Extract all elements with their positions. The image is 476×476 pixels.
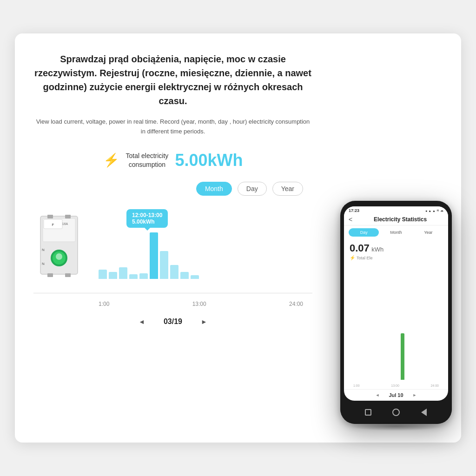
svg-rect-11 xyxy=(65,273,71,277)
svg-rect-10 xyxy=(47,273,53,277)
tooltip-value: 5.00kWh xyxy=(132,218,155,225)
chart-area: F 16A N N xyxy=(33,200,312,293)
date-navigation: ◄ 03/19 ► xyxy=(33,317,312,326)
bar-2 xyxy=(109,272,117,279)
phone-status-bar: 17:23 ● ▲ ▲ ≋ ☁ xyxy=(344,206,448,214)
tab-year[interactable]: Year xyxy=(272,182,303,196)
polish-description: Sprawdzaj prąd obciążenia, napięcie, moc… xyxy=(33,52,312,108)
svg-text:N: N xyxy=(42,248,45,252)
phone-back-nav[interactable] xyxy=(419,408,429,417)
bar-7 xyxy=(160,251,168,279)
app-header: < Electricity Statistics xyxy=(344,214,448,225)
phone-kwh-value: 0.07 xyxy=(350,242,370,254)
bar-3 xyxy=(119,267,127,279)
tab-bar: Month Day Year xyxy=(33,182,312,196)
phone-tab-year[interactable]: Year xyxy=(413,228,443,237)
tab-month[interactable]: Month xyxy=(196,182,232,196)
consumption-label: Total electricityconsumption xyxy=(126,152,169,168)
svg-rect-5 xyxy=(47,215,53,218)
left-panel: Sprawdzaj prąd obciążenia, napięcie, moc… xyxy=(15,33,331,443)
triangle-nav-icon xyxy=(421,409,427,416)
phone-square-nav[interactable] xyxy=(364,408,373,417)
phone-current-date: Jul 10 xyxy=(389,392,403,398)
svg-point-9 xyxy=(56,253,62,260)
svg-text:F: F xyxy=(52,223,54,227)
circle-nav-icon xyxy=(392,409,400,416)
english-description: View load current, voltage, power in rea… xyxy=(33,117,312,137)
phone-shadow xyxy=(350,422,443,431)
phone-chart-inner: 1:00 13:00 24:00 xyxy=(349,260,443,389)
svg-rect-6 xyxy=(65,215,71,218)
phone-chart: 1:00 13:00 24:00 xyxy=(344,260,448,389)
phone-bottom-bar xyxy=(340,401,452,424)
app-title: Electricity Statistics xyxy=(357,216,443,223)
phone-body: 17:23 ● ▲ ▲ ≋ ☁ < Electricity Statistics xyxy=(340,201,452,424)
phone-time: 17:23 xyxy=(349,208,359,213)
phone-tab-month[interactable]: Month xyxy=(381,228,411,237)
bar-4 xyxy=(129,274,138,279)
prev-date-button[interactable]: ◄ xyxy=(139,318,145,325)
phone-bolt-icon: ⚡ xyxy=(350,255,355,260)
phone-bar-green xyxy=(401,333,404,380)
bar-highlighted xyxy=(150,232,158,279)
bolt-icon: ⚡ xyxy=(103,152,119,168)
consumption-row: ⚡ Total electricityconsumption 5.00kWh xyxy=(33,151,312,170)
phone-tab-row: Day Month Year xyxy=(344,225,448,239)
chart-tooltip: 12:00-13:00 5.00kWh xyxy=(126,209,168,228)
right-panel: 17:23 ● ▲ ▲ ≋ ☁ < Electricity Statistics xyxy=(331,33,461,443)
x-axis-labels: 1:00 13:00 24:00 xyxy=(33,298,312,307)
svg-text:16A: 16A xyxy=(62,222,68,225)
square-nav-icon xyxy=(365,409,371,416)
bar-10 xyxy=(191,275,199,279)
tab-day[interactable]: Day xyxy=(238,182,267,196)
x-label-2: 13:00 xyxy=(192,301,206,307)
phone-screen: 17:23 ● ▲ ▲ ≋ ☁ < Electricity Statistics xyxy=(344,206,448,401)
current-date: 03/19 xyxy=(164,317,182,326)
phone-total-ele-label: Total Ele xyxy=(357,256,373,260)
phone-next-date[interactable]: ► xyxy=(413,393,417,397)
phone-status-icons: ● ▲ ▲ ≋ ☁ xyxy=(425,209,443,212)
chart-bars: 12:00-13:00 5.00kWh xyxy=(99,205,303,279)
bar-5 xyxy=(139,273,148,279)
phone-home-nav[interactable] xyxy=(391,408,401,417)
phone-total-ele: ⚡ Total Ele xyxy=(344,255,448,260)
back-button[interactable]: < xyxy=(349,216,352,223)
x-label-1: 1:00 xyxy=(99,301,109,307)
phone-tab-day[interactable]: Day xyxy=(349,228,379,237)
phone-mockup: 17:23 ● ▲ ▲ ≋ ☁ < Electricity Statistics xyxy=(340,201,452,424)
phone-kwh-unit: kWh xyxy=(371,246,383,253)
phone-prev-date[interactable]: ◄ xyxy=(375,393,379,397)
phone-date-nav: ◄ Jul 10 ► xyxy=(344,389,448,401)
phone-x-3: 24:00 xyxy=(430,384,439,387)
next-date-button[interactable]: ► xyxy=(201,318,207,325)
chart-section: Month Day Year F 16A xyxy=(33,182,312,326)
device-image: F 16A N N xyxy=(33,214,89,279)
phone-x-labels: 1:00 13:00 24:00 xyxy=(353,384,439,387)
bar-1 xyxy=(99,270,107,279)
main-container: Sprawdzaj prąd obciążenia, napięcie, moc… xyxy=(15,33,461,443)
bar-8 xyxy=(170,265,178,279)
phone-x-2: 13:00 xyxy=(391,384,399,387)
phone-stats-value: 0.07 kWh xyxy=(344,239,448,255)
tooltip-time: 12:00-13:00 xyxy=(132,212,162,218)
consumption-value: 5.00kWh xyxy=(175,151,243,170)
x-label-3: 24:00 xyxy=(289,301,303,307)
bar-9 xyxy=(180,272,189,279)
phone-x-1: 1:00 xyxy=(353,384,360,387)
svg-text:N: N xyxy=(42,262,45,266)
